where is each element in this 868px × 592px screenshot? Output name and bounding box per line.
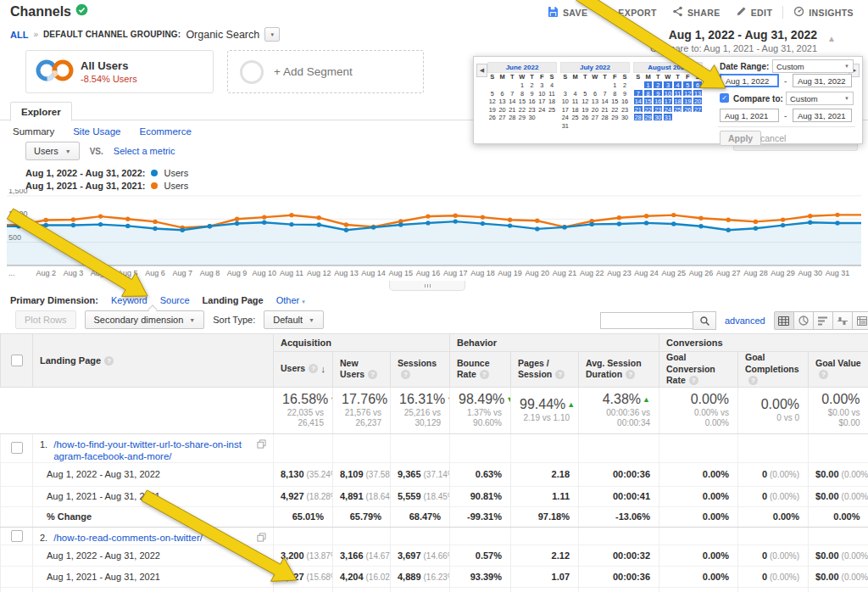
calendar-day[interactable]: 31: [663, 113, 673, 121]
calendar-day[interactable]: 10: [663, 89, 673, 98]
row-checkbox[interactable]: [11, 530, 23, 542]
insights-button[interactable]: INSIGHTS: [786, 3, 861, 22]
data-point[interactable]: [698, 216, 703, 221]
data-point[interactable]: [754, 220, 758, 224]
data-point[interactable]: [153, 226, 157, 231]
select-all-checkbox[interactable]: [11, 355, 23, 366]
data-point[interactable]: [44, 223, 48, 227]
edit-button[interactable]: EDIT: [728, 3, 781, 22]
calendar-day[interactable]: 8: [643, 89, 654, 98]
calendar-day[interactable]: 12: [682, 89, 693, 98]
end-date-input[interactable]: Aug 31, 2022: [793, 74, 852, 87]
calendar-day[interactable]: 20: [590, 105, 600, 114]
data-point[interactable]: [344, 222, 348, 226]
calendar-day[interactable]: 16: [620, 97, 630, 105]
percentage-view-icon[interactable]: [794, 311, 814, 330]
calendar-day[interactable]: 3: [560, 89, 570, 98]
calendar-day[interactable]: 22: [517, 105, 527, 114]
data-point[interactable]: [644, 221, 648, 225]
help-icon[interactable]: ?: [309, 364, 318, 373]
data-point[interactable]: [181, 228, 185, 232]
table-search-input[interactable]: [600, 312, 693, 329]
sort-type-dropdown[interactable]: Default▼: [264, 310, 324, 329]
data-point[interactable]: [262, 215, 266, 219]
calendar-day[interactable]: 28: [633, 113, 643, 121]
data-point[interactable]: [98, 214, 103, 218]
calendar-day[interactable]: 18: [547, 97, 557, 105]
dimension-other[interactable]: Other▾: [276, 295, 305, 305]
data-point[interactable]: [726, 218, 731, 222]
calendar-day[interactable]: 9: [620, 89, 630, 98]
calendar-day[interactable]: 27: [693, 105, 703, 114]
open-in-new-icon[interactable]: [257, 533, 266, 545]
date-range-collapse-icon[interactable]: ▲: [827, 34, 836, 43]
calendar-day[interactable]: 25: [570, 113, 581, 121]
compare-to-checkbox[interactable]: ✓: [720, 93, 729, 103]
calendar-day[interactable]: 7: [507, 89, 517, 98]
subtab-site-usage[interactable]: Site Usage: [73, 126, 120, 137]
data-point[interactable]: [535, 219, 539, 223]
data-point[interactable]: [617, 215, 621, 220]
data-point[interactable]: [453, 214, 458, 218]
subtab-summary[interactable]: Summary: [13, 126, 54, 137]
data-point[interactable]: [781, 223, 785, 227]
calendar-day[interactable]: 15: [609, 97, 620, 105]
calendar-day[interactable]: 1: [643, 81, 654, 89]
compare-type-select[interactable]: Custom▼: [786, 92, 854, 105]
compare-start-input[interactable]: Aug 1, 2021: [720, 109, 779, 122]
calendar-day[interactable]: 10: [560, 97, 570, 105]
data-point[interactable]: [262, 221, 266, 225]
calendar-day[interactable]: 22: [609, 105, 620, 114]
dimension-keyword[interactable]: Keyword: [111, 295, 147, 305]
column-header[interactable]: Goal Completions?: [738, 352, 809, 388]
data-point[interactable]: [344, 228, 348, 232]
calendar-day[interactable]: 7: [600, 89, 610, 98]
data-point[interactable]: [808, 214, 812, 218]
segment-all-users[interactable]: All Users -8.54% Users: [25, 50, 214, 93]
calendar-day[interactable]: 21: [600, 105, 610, 114]
data-point[interactable]: [98, 222, 103, 226]
calendar-day[interactable]: 3: [537, 81, 547, 89]
help-icon[interactable]: ?: [480, 370, 489, 379]
column-header[interactable]: Avg. Session Duration?: [579, 352, 659, 388]
calendar-day[interactable]: 13: [590, 97, 600, 105]
calendar-day[interactable]: 27: [590, 113, 600, 121]
data-point[interactable]: [16, 224, 20, 228]
calendar-day[interactable]: 6: [693, 81, 703, 89]
data-point[interactable]: [235, 221, 239, 226]
calendar-day[interactable]: 5: [487, 89, 498, 98]
calendar-day[interactable]: 17: [663, 97, 673, 105]
comparison-view-icon[interactable]: [833, 311, 853, 330]
calendar-day[interactable]: 8: [517, 89, 527, 98]
data-point[interactable]: [835, 213, 839, 217]
column-header[interactable]: Sessions?: [391, 352, 450, 388]
calendar-day[interactable]: 11: [547, 89, 557, 98]
help-icon[interactable]: ?: [368, 370, 377, 379]
dimension-landing-page[interactable]: Landing Page: [203, 295, 264, 305]
calendar-day[interactable]: 4: [570, 89, 581, 98]
calendar-day[interactable]: 30: [620, 113, 630, 121]
calendar-day[interactable]: 29: [643, 113, 654, 121]
data-point[interactable]: [644, 214, 648, 218]
pivot-view-icon[interactable]: [853, 311, 868, 330]
data-point[interactable]: [125, 217, 130, 221]
open-in-new-icon[interactable]: [257, 439, 266, 451]
data-point[interactable]: [208, 224, 212, 228]
data-point[interactable]: [44, 218, 48, 222]
data-point[interactable]: [481, 221, 485, 226]
data-point[interactable]: [453, 219, 458, 223]
calendar-day[interactable]: 28: [507, 113, 517, 121]
data-point[interactable]: [535, 226, 539, 231]
calendar-day[interactable]: 16: [653, 97, 663, 105]
calendar-day[interactable]: 9: [527, 89, 537, 98]
landing-page-link[interactable]: /how-to-read-comments-on-twitter/: [53, 532, 245, 544]
data-point[interactable]: [398, 222, 403, 226]
data-point[interactable]: [289, 213, 293, 217]
calendar-day[interactable]: 11: [570, 97, 581, 105]
help-icon[interactable]: ?: [555, 370, 565, 379]
row-checkbox[interactable]: [11, 442, 23, 454]
data-point[interactable]: [426, 221, 430, 225]
date-range-display[interactable]: Aug 1, 2022 - Aug 31, 2022 Compare to: A…: [650, 28, 817, 53]
calendar-day[interactable]: 3: [663, 81, 673, 89]
calendar-day[interactable]: 6: [498, 89, 508, 98]
